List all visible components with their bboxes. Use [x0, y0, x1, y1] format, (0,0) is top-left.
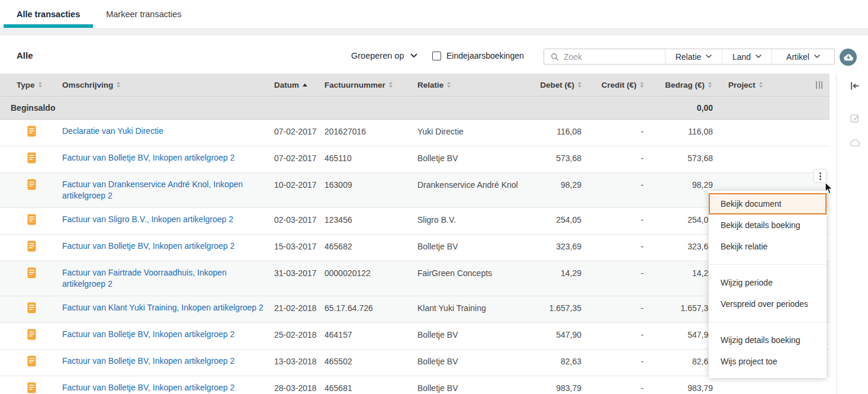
menu-item-bekijk-document[interactable]: Bekijk document: [709, 193, 827, 214]
document-icon: [27, 126, 36, 137]
document-icon: [27, 152, 36, 164]
row-invoice-number: 163009: [324, 179, 417, 191]
row-kebab-menu-button[interactable]: [814, 169, 827, 183]
row-context-menu: Bekijk document Bekijk details boeking B…: [709, 191, 827, 378]
sort-icon: [38, 82, 42, 88]
filter-land-dropdown[interactable]: Land: [722, 49, 771, 64]
chevron-down-icon: [814, 55, 820, 59]
tabbar-separator: [0, 28, 868, 36]
collapse-panel-icon[interactable]: [850, 81, 860, 91]
row-relation: Drankenservice André Knol: [417, 179, 527, 191]
menu-item-wijzig-details-boeking[interactable]: Wijzig details boeking: [709, 329, 827, 351]
transaction-description-link[interactable]: Factuur van Bolletje BV, Inkopen artikel…: [62, 383, 234, 392]
row-invoice-number: 465110: [324, 152, 417, 164]
transaction-description-link[interactable]: Declaratie van Yuki Directie: [62, 126, 163, 136]
row-date: 15-03-2017: [274, 241, 324, 252]
column-header-type[interactable]: Type: [0, 81, 62, 89]
transaction-description-link[interactable]: Factuur van Bolletje BV, Inkopen artikel…: [62, 329, 234, 339]
group-by-label: Groeperen op: [351, 51, 404, 60]
menu-divider: [709, 264, 827, 265]
row-invoice-number: 123456: [324, 214, 417, 226]
chevron-down-icon: [706, 55, 712, 59]
table-row[interactable]: Declaratie van Yuki Directie 07-02-2017 …: [0, 120, 830, 146]
menu-item-wijzig-periode[interactable]: Wijzig periode: [709, 272, 827, 293]
column-header-datum[interactable]: Datum: [274, 81, 324, 89]
table-row[interactable]: Factuur van Drankenservice André Knol, I…: [0, 173, 830, 208]
table-row[interactable]: Factuur van Klant Yuki Training, Inkopen…: [0, 296, 830, 323]
row-date: 07-02-2017: [274, 126, 324, 137]
column-header-project[interactable]: Project: [716, 81, 787, 89]
tab-markeer-transacties[interactable]: Markeer transacties: [93, 0, 194, 28]
row-credit: -: [586, 329, 648, 341]
row-debit: 323,69: [527, 241, 586, 252]
row-date: 31-03-2017: [274, 267, 324, 279]
table-row[interactable]: Factuur van Bolletje BV, Inkopen artikel…: [0, 323, 830, 350]
row-invoice-number: 465682: [324, 241, 417, 252]
filter-relatie-dropdown[interactable]: Relatie: [665, 49, 722, 64]
table-row[interactable]: Factuur van Sligro B.V., Inkopen artikel…: [0, 208, 830, 235]
menu-item-bekijk-relatie[interactable]: Bekijk relatie: [709, 236, 827, 257]
table-row[interactable]: Factuur van Bolletje BV, Inkopen artikel…: [0, 235, 830, 261]
row-credit: -: [586, 382, 648, 394]
transaction-description-link[interactable]: Factuur van Bolletje BV, Inkopen artikel…: [62, 241, 234, 251]
column-settings-button[interactable]: [787, 81, 830, 89]
column-header-debet[interactable]: Debet (€): [527, 81, 586, 89]
table-row[interactable]: Factuur van Bolletje BV, Inkopen artikel…: [0, 146, 830, 173]
row-amount: 254,05: [648, 214, 716, 226]
transaction-description-link[interactable]: Factuur van Sligro B.V., Inkopen artikel…: [62, 214, 233, 224]
row-debit: 254,05: [527, 214, 586, 226]
year-end-checkbox-row[interactable]: Eindejaarsboekingen: [432, 51, 524, 60]
row-credit: -: [586, 241, 648, 252]
column-header-omschrijving[interactable]: Omschrijving: [62, 81, 274, 89]
kebab-menu-icon: [819, 172, 821, 174]
filter-land-label: Land: [732, 52, 751, 62]
row-debit: 1.657,35: [527, 302, 586, 314]
column-header-credit[interactable]: Credit (€): [586, 81, 648, 89]
row-relation: Bolletje BV: [417, 355, 527, 367]
row-relation: Klant Yuki Training: [417, 302, 527, 314]
row-relation: Bolletje BV: [417, 382, 527, 394]
row-credit: -: [586, 302, 648, 314]
begin-balance-label: Beginsaldo: [0, 103, 274, 113]
group-by-dropdown[interactable]: Groeperen op: [351, 51, 417, 60]
transaction-description-link[interactable]: Factuur van Bolletje BV, Inkopen artikel…: [62, 356, 234, 366]
row-credit: -: [586, 152, 648, 164]
tab-alle-transacties[interactable]: Alle transacties: [4, 0, 93, 28]
row-debit: 573,68: [527, 152, 586, 164]
row-credit: -: [586, 355, 648, 367]
row-amount: 82,63: [648, 355, 716, 367]
menu-item-wijs-project-toe[interactable]: Wijs project toe: [709, 351, 827, 372]
transaction-description-link[interactable]: Factuur van Fairtrade Voorraadhuis, Inko…: [62, 268, 227, 289]
chevron-down-icon: [756, 55, 761, 59]
row-relation: Bolletje BV: [417, 329, 527, 341]
row-amount: 116,08: [648, 126, 716, 137]
transaction-description-link[interactable]: Factuur van Bolletje BV, Inkopen artikel…: [62, 153, 234, 162]
table-row[interactable]: Factuur van Bolletje BV, Inkopen artikel…: [0, 350, 830, 376]
menu-item-bekijk-details-boeking[interactable]: Bekijk details boeking: [709, 214, 827, 236]
column-header-bedrag[interactable]: Bedrag (€): [648, 81, 716, 89]
row-relation: Sligro B.V.: [417, 214, 527, 226]
column-header-factuurnummer[interactable]: Factuurnummer: [324, 81, 417, 89]
search-section[interactable]: [544, 49, 665, 64]
row-debit: 116,08: [527, 126, 586, 137]
row-date: 21-02-2018: [274, 302, 324, 314]
year-end-checkbox[interactable]: [432, 52, 441, 60]
column-header-relatie[interactable]: Relatie: [417, 81, 527, 89]
row-debit: 98,29: [527, 179, 586, 191]
filter-artikel-dropdown[interactable]: Artikel: [771, 49, 834, 64]
begin-balance-row: Beginsaldo 0,00: [0, 97, 830, 120]
menu-item-verspreid-over-periodes[interactable]: Verspreid over periodes: [709, 293, 827, 315]
page-title: Alle: [17, 50, 33, 60]
search-filter-bar: Relatie Land Artikel: [544, 49, 835, 65]
table-row[interactable]: Factuur van Bolletje BV, Inkopen artikel…: [0, 376, 830, 394]
cloud-icon[interactable]: [850, 137, 860, 148]
row-invoice-number: 65.17.64.726: [324, 302, 417, 314]
edit-icon[interactable]: [850, 113, 860, 123]
export-download-button[interactable]: [840, 49, 857, 66]
transaction-description-link[interactable]: Factuur van Klant Yuki Training, Inkopen…: [62, 303, 263, 312]
row-date: 28-03-2018: [274, 382, 324, 394]
table-row[interactable]: Factuur van Fairtrade Voorraadhuis, Inko…: [0, 261, 830, 296]
search-input[interactable]: [564, 52, 641, 62]
row-relation: Yuki Directie: [417, 126, 527, 137]
transaction-description-link[interactable]: Factuur van Drankenservice André Knol, I…: [62, 180, 243, 200]
